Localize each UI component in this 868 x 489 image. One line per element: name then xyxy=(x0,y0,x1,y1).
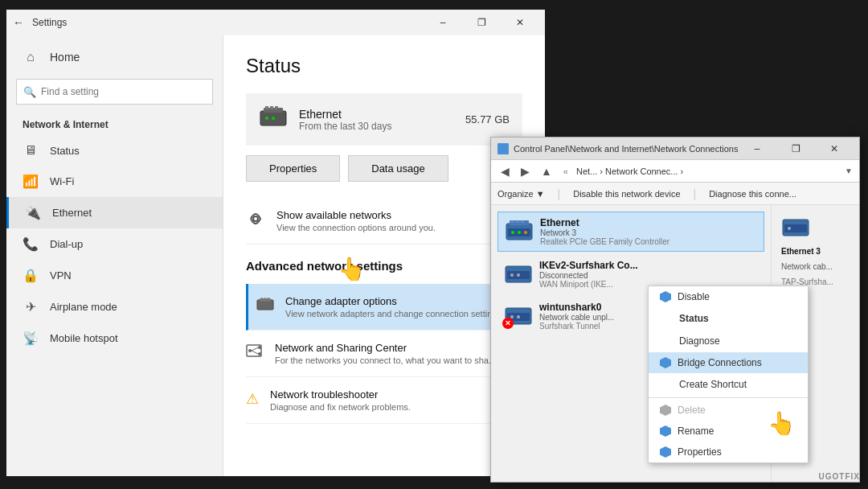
restore-button[interactable]: ❐ xyxy=(463,11,500,34)
shield-properties-icon xyxy=(660,446,671,458)
nc-up-button[interactable]: ▲ xyxy=(538,163,555,179)
svg-rect-23 xyxy=(516,220,519,223)
ctx-delete-label: Delete xyxy=(678,405,706,416)
nc-restore[interactable]: ❐ xyxy=(777,138,814,160)
sidebar-item-airplane[interactable]: ✈ Airplane mode xyxy=(6,291,223,323)
page-title: Status xyxy=(246,55,522,77)
nc-minimize[interactable]: – xyxy=(739,138,776,160)
adapter-ethernet[interactable]: Ethernet Network 3 Realtek PCIe GBE Fami… xyxy=(497,212,764,252)
ethernet-status-icon xyxy=(259,105,288,134)
ctx-rename[interactable]: Rename xyxy=(649,421,808,442)
ctx-properties[interactable]: Properties xyxy=(649,442,808,462)
status-icon: 🖥 xyxy=(23,143,39,158)
sidebar-item-status[interactable]: 🖥 Status xyxy=(6,135,223,166)
ctx-shortcut[interactable]: Create Shortcut xyxy=(649,373,808,396)
wintun-adapter-name: wintunshark0 xyxy=(539,302,614,313)
sidebar-label-airplane: Airplane mode xyxy=(50,301,117,313)
svg-rect-11 xyxy=(261,298,263,299)
show-networks-row[interactable]: Show available networks View the connect… xyxy=(246,198,522,244)
ctx-status-label: Status xyxy=(679,313,709,324)
ethernet-adapter-sub1: Network 3 xyxy=(540,228,669,237)
ctx-diagnose-label: Diagnose xyxy=(679,335,720,347)
nc-title-left: Control Panel\Network and Internet\Netwo… xyxy=(497,143,738,154)
troubleshoot-row[interactable]: ⚠ Network troubleshooter Diagnose and fi… xyxy=(246,377,522,424)
button-row: Properties Data usage xyxy=(246,155,522,182)
title-bar-left: ← Settings xyxy=(13,16,67,29)
svg-line-18 xyxy=(252,347,258,351)
nc-chevron[interactable]: ▼ xyxy=(845,166,853,175)
ikev2-adapter-sub1: Disconnected xyxy=(539,271,638,280)
sidebar-item-home[interactable]: ⌂ Home xyxy=(6,42,223,72)
properties-button[interactable]: Properties xyxy=(246,155,340,182)
ikev2-adapter-sub2: WAN Miniport (IKE... xyxy=(539,280,638,289)
sidebar-item-wifi[interactable]: 📶 Wi-Fi xyxy=(6,166,223,197)
sidebar-label-vpn: VPN xyxy=(50,269,72,281)
data-usage-button[interactable]: Data usage xyxy=(348,155,448,182)
svg-point-17 xyxy=(258,352,261,355)
back-button[interactable]: ← xyxy=(13,16,24,29)
troubleshoot-title: Network troubleshooter xyxy=(270,388,411,401)
ethernet-adapter-name: Ethernet xyxy=(540,217,669,228)
ethernet-adapter-sub2: Realtek PCIe GBE Family Controller xyxy=(540,237,669,246)
svg-rect-2 xyxy=(265,106,268,109)
svg-point-36 xyxy=(517,315,520,318)
close-button[interactable]: ✕ xyxy=(502,11,538,34)
sidebar-item-vpn[interactable]: 🔒 VPN xyxy=(6,260,223,291)
svg-rect-12 xyxy=(264,298,266,299)
ctx-bridge-label: Bridge Connections xyxy=(678,357,762,368)
ctx-bridge[interactable]: Bridge Connections xyxy=(649,352,808,373)
adapter-sub: View network adapters and change connect… xyxy=(285,309,504,318)
show-networks-sub: View the connection options around you. xyxy=(276,223,436,232)
eth3-name: Ethernet 3 xyxy=(781,247,821,256)
network-connections-window: Control Panel\Network and Internet\Netwo… xyxy=(490,137,860,483)
sharing-sub: For the networks you connect to, what yo… xyxy=(275,355,496,365)
organize-button[interactable]: Organize ▼ xyxy=(497,189,545,199)
sidebar-item-hotspot[interactable]: 📡 Mobile hotspot xyxy=(6,323,223,354)
adapter-title: Change adapter options xyxy=(285,295,504,307)
ctx-rename-label: Rename xyxy=(678,425,714,437)
disable-device-button[interactable]: Disable this network device xyxy=(573,189,680,199)
ethernet-label: Ethernet xyxy=(299,108,391,121)
wintun-adapter-info: wintunshark0 Network cable unpl... Surfs… xyxy=(539,302,614,331)
search-input[interactable] xyxy=(41,86,206,97)
svg-point-8 xyxy=(253,216,258,221)
sidebar: ⌂ Home 🔍 Network & Internet 🖥 Status 📶 W… xyxy=(6,35,223,476)
adapter-options-row[interactable]: Change adapter options View network adap… xyxy=(246,284,522,331)
troubleshoot-sub: Diagnose and fix network problems. xyxy=(270,402,411,412)
svg-rect-13 xyxy=(268,298,269,299)
nc-back-button[interactable]: ◀ xyxy=(497,163,513,179)
nc-forward-button[interactable]: ▶ xyxy=(518,163,533,179)
sidebar-item-ethernet[interactable]: 🔌 Ethernet xyxy=(6,197,223,228)
ethernet-size: 55.77 GB xyxy=(465,113,510,125)
nc-toolbar: Organize ▼ | Disable this network device… xyxy=(491,183,859,205)
settings-window: ← Settings – ❐ ✕ ⌂ Home 🔍 Network & Inte… xyxy=(6,10,545,476)
svg-point-7 xyxy=(278,117,281,120)
svg-rect-22 xyxy=(511,220,514,223)
ctx-properties-label: Properties xyxy=(678,446,722,458)
adapter-eth3[interactable]: Ethernet 3 Network cab... TAP-Surfsha... xyxy=(775,212,856,291)
shield-rename-icon xyxy=(660,425,671,437)
ctx-status-icon xyxy=(660,312,673,325)
ethernet-adapter-info: Ethernet Network 3 Realtek PCIe GBE Fami… xyxy=(540,217,669,246)
shield-delete-icon xyxy=(660,405,671,416)
nc-close[interactable]: ✕ xyxy=(816,138,853,160)
ctx-status[interactable]: Status xyxy=(649,307,808,330)
adapter-info: Change adapter options View network adap… xyxy=(285,295,504,318)
context-menu: Disable Status Diagnose Bridge Connectio… xyxy=(648,286,809,463)
disconnected-badge: ✕ xyxy=(502,318,514,329)
svg-line-19 xyxy=(252,351,258,354)
troubleshoot-info: Network troubleshooter Diagnose and fix … xyxy=(270,388,411,412)
minimize-button[interactable]: – xyxy=(424,11,461,34)
sidebar-label-status: Status xyxy=(50,145,80,157)
diagnose-button[interactable]: Diagnose this conne... xyxy=(709,189,796,199)
ethernet-sidebar-icon: 🔌 xyxy=(25,205,41,220)
svg-point-15 xyxy=(248,349,252,352)
ctx-disable[interactable]: Disable xyxy=(649,286,808,307)
settings-body: ⌂ Home 🔍 Network & Internet 🖥 Status 📶 W… xyxy=(6,35,545,476)
sidebar-item-dialup[interactable]: 📞 Dial-up xyxy=(6,228,223,260)
sharing-center-row[interactable]: Network and Sharing Center For the netwo… xyxy=(246,331,522,377)
ctx-diagnose-icon xyxy=(660,335,673,347)
ctx-diagnose[interactable]: Diagnose xyxy=(649,330,808,352)
nc-controls: – ❐ ✕ xyxy=(739,138,853,160)
ethernet-info: Ethernet From the last 30 days xyxy=(299,108,391,132)
